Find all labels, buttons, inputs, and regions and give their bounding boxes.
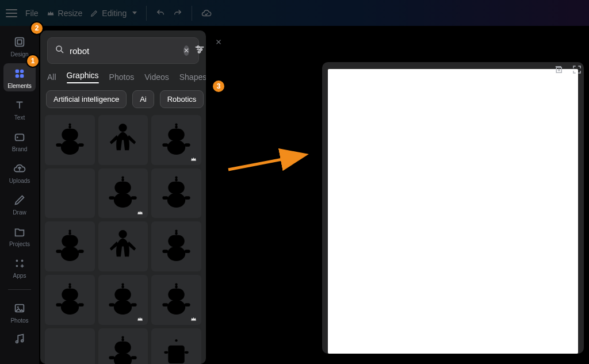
result-tile[interactable]	[151, 275, 201, 325]
result-tile[interactable]	[45, 275, 95, 325]
result-tile[interactable]	[98, 221, 148, 271]
rail-apps-label: Apps	[13, 273, 26, 279]
undo-button[interactable]	[156, 9, 165, 18]
robot-graphic	[156, 226, 197, 267]
search-input-container[interactable]: ✕	[47, 37, 199, 64]
rail-apps[interactable]: Apps	[3, 253, 36, 281]
svg-point-12	[17, 306, 19, 308]
search-icon	[55, 44, 65, 57]
svg-point-14	[21, 340, 24, 342]
result-tile[interactable]	[45, 168, 95, 219]
rail-divider	[8, 289, 31, 290]
annotation-arrow	[225, 144, 318, 178]
category-tabs: AllGraphicsPhotosVideosShapes	[40, 67, 206, 88]
rail-more[interactable]	[3, 329, 36, 350]
resize-button[interactable]: Resize	[47, 9, 83, 18]
rail-uploads[interactable]: Uploads	[3, 158, 36, 186]
redo-button[interactable]	[173, 9, 182, 18]
design-canvas[interactable]	[328, 69, 578, 354]
chip-ai[interactable]: Ai	[132, 90, 154, 108]
hamburger-icon	[6, 9, 17, 17]
file-menu[interactable]: File	[25, 9, 39, 18]
annotation-badge-2: 2	[31, 22, 43, 34]
result-tile[interactable]	[151, 115, 201, 165]
result-tile[interactable]	[151, 221, 201, 271]
svg-rect-0	[16, 38, 24, 47]
rail-elements[interactable]: Elements	[3, 63, 36, 91]
result-tile[interactable]	[151, 168, 201, 219]
left-rail: Design Elements Text Brand Uploads Draw …	[0, 26, 39, 364]
premium-crown-icon	[190, 155, 199, 163]
canvas-actions	[552, 63, 583, 76]
rail-text-label: Text	[14, 114, 25, 121]
menu-button[interactable]	[6, 9, 17, 17]
result-tile[interactable]	[45, 328, 95, 364]
result-tile[interactable]	[98, 115, 148, 165]
result-tile[interactable]	[151, 328, 201, 364]
rail-brand-label: Brand	[12, 146, 28, 152]
results-grid	[45, 115, 201, 364]
tab-graphics[interactable]: Graphics	[67, 71, 99, 83]
rail-text[interactable]: Text	[3, 95, 36, 123]
resize-label: Resize	[58, 9, 83, 18]
tab-shapes[interactable]: Shapes	[179, 72, 206, 82]
svg-point-7	[17, 137, 18, 139]
chevron-down-icon	[132, 12, 137, 14]
svg-point-9	[21, 260, 24, 262]
elements-panel: ✕ AllGraphicsPhotosVideosShapes Artifici…	[40, 30, 206, 364]
apps-icon	[13, 256, 26, 270]
top-toolbar: File Resize Editing	[0, 0, 589, 26]
result-tile[interactable]	[45, 115, 95, 165]
robot-graphic	[49, 173, 90, 213]
rail-projects[interactable]: Projects	[3, 221, 36, 250]
uploads-icon	[13, 162, 26, 175]
result-tile[interactable]	[98, 168, 148, 219]
photos-icon	[13, 301, 26, 315]
pen-icon	[90, 9, 98, 17]
x-icon: ✕	[183, 47, 189, 54]
result-tile[interactable]	[98, 275, 148, 325]
rail-photos-label: Photos	[10, 317, 28, 324]
rail-photos[interactable]: Photos	[3, 298, 36, 326]
tab-videos[interactable]: Videos	[144, 72, 169, 82]
svg-rect-3	[20, 70, 24, 73]
search-input[interactable]	[70, 46, 179, 56]
robot-graphic	[156, 332, 197, 364]
toolbar-separator	[146, 6, 147, 21]
rail-brand[interactable]: Brand	[3, 127, 36, 155]
tab-all[interactable]: All	[47, 72, 56, 82]
rail-design-label: Design	[10, 51, 28, 58]
result-tile[interactable]	[98, 328, 148, 364]
search-wrap: ✕	[40, 30, 206, 67]
premium-crown-icon	[190, 315, 199, 323]
annotation-badge-3: 3	[213, 81, 224, 92]
related-chips: Artificial intelligenceAiRobotics	[40, 88, 206, 114]
rail-draw[interactable]: Draw	[3, 190, 36, 218]
canvas-frame	[322, 62, 584, 354]
svg-point-13	[16, 341, 18, 343]
chip-artificial-intelligence[interactable]: Artificial intelligence	[46, 90, 127, 108]
svg-rect-2	[16, 70, 19, 73]
robot-graphic	[156, 173, 197, 213]
robot-graphic	[49, 226, 90, 267]
svg-rect-5	[20, 74, 24, 78]
result-tile[interactable]	[45, 221, 95, 271]
close-panel-button[interactable]	[207, 30, 230, 53]
premium-crown-icon	[136, 208, 146, 216]
svg-point-8	[16, 260, 18, 262]
editing-label: Editing	[102, 9, 127, 18]
rail-uploads-label: Uploads	[9, 178, 30, 184]
clear-search-button[interactable]: ✕	[183, 45, 189, 56]
chip-robotics[interactable]: Robotics	[160, 90, 204, 108]
expand-page-button[interactable]	[571, 63, 583, 76]
save-status-button[interactable]	[201, 8, 212, 18]
toolbar-separator	[192, 6, 192, 21]
robot-graphic	[49, 279, 90, 320]
duplicate-page-button[interactable]	[552, 63, 565, 76]
tab-photos[interactable]: Photos	[109, 72, 135, 82]
template-icon	[13, 35, 26, 49]
filter-button[interactable]	[194, 44, 205, 58]
editing-mode-button[interactable]: Editing	[90, 9, 137, 18]
undo-icon	[156, 9, 165, 18]
crown-icon	[47, 9, 55, 17]
